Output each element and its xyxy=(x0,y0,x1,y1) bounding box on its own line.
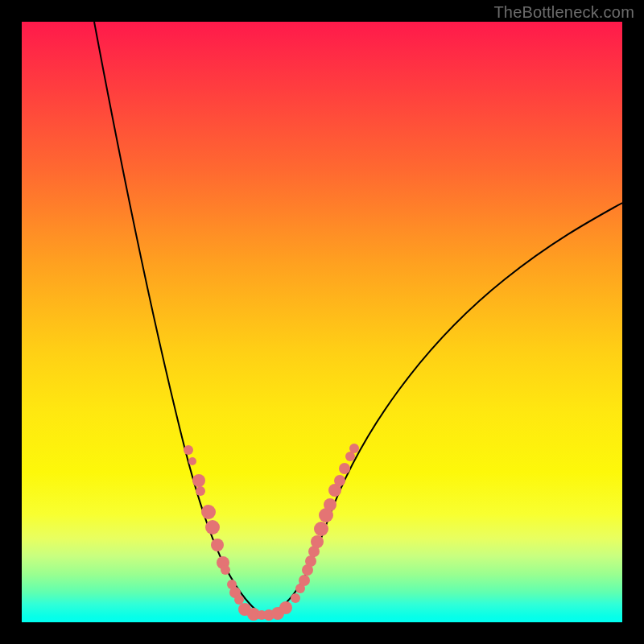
data-marker xyxy=(221,565,230,575)
data-marker xyxy=(339,463,350,474)
data-marker xyxy=(291,593,300,603)
data-marker xyxy=(311,535,324,548)
data-marker xyxy=(279,601,292,614)
data-marker xyxy=(184,445,193,455)
data-marker xyxy=(349,444,359,453)
chart-svg xyxy=(22,22,622,622)
data-marker xyxy=(205,520,220,535)
data-marker xyxy=(211,539,224,551)
plot-area xyxy=(22,22,622,622)
watermark-text: TheBottleneck.com xyxy=(493,3,634,22)
data-markers xyxy=(184,444,359,621)
data-marker xyxy=(299,575,310,586)
data-marker xyxy=(334,475,345,486)
data-marker xyxy=(201,505,216,519)
data-marker xyxy=(192,474,205,487)
data-marker xyxy=(196,486,205,496)
data-marker xyxy=(314,522,328,536)
data-marker xyxy=(324,498,336,511)
data-marker xyxy=(305,555,316,567)
data-marker xyxy=(188,457,196,465)
data-marker xyxy=(234,595,244,605)
curve-left xyxy=(94,22,263,616)
